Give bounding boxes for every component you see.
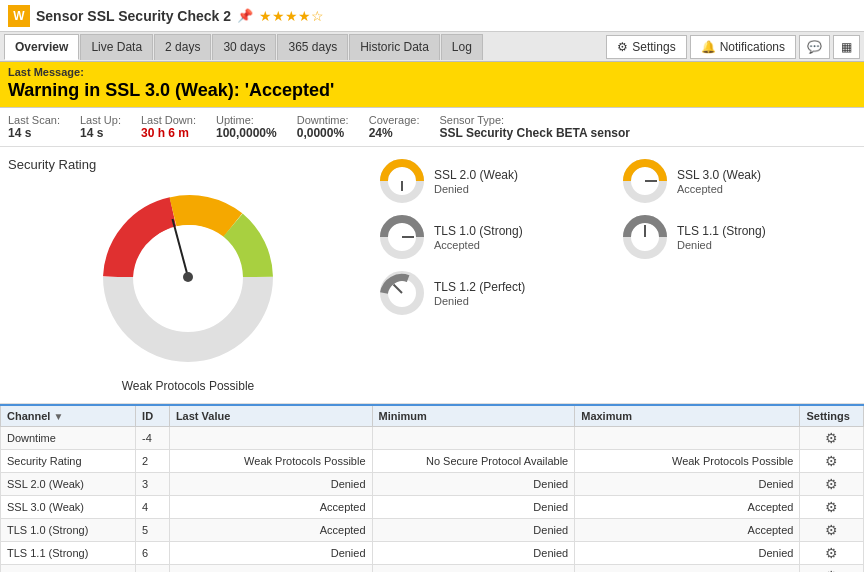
- cell-minimum: Denied: [372, 473, 575, 496]
- th-channel[interactable]: Channel ▼: [1, 405, 136, 427]
- ssl30-gauge: [621, 157, 669, 205]
- table-row: SSL 3.0 (Weak) 4 Accepted Denied Accepte…: [1, 496, 864, 519]
- cell-channel: SSL 2.0 (Weak): [1, 473, 136, 496]
- cell-lastvalue: Accepted: [169, 496, 372, 519]
- ssl-check-tls12: TLS 1.2 (Perfect) Denied: [378, 269, 613, 317]
- cell-channel: SSL 3.0 (Weak): [1, 496, 136, 519]
- sort-icon-channel: ▼: [53, 411, 63, 422]
- gear-icon[interactable]: ⚙: [825, 568, 838, 572]
- warning-banner: Last Message: Warning in SSL 3.0 (Weak):…: [0, 62, 864, 108]
- svg-point-2: [183, 272, 193, 282]
- cell-maximum: [575, 427, 800, 450]
- cell-settings[interactable]: ⚙: [800, 450, 864, 473]
- cell-settings[interactable]: ⚙: [800, 427, 864, 450]
- page-title: Sensor SSL Security Check 2: [36, 8, 231, 24]
- tab-live-data[interactable]: Live Data: [80, 34, 153, 60]
- ssl-check-ssl20: SSL 2.0 (Weak) Denied: [378, 157, 613, 205]
- table-row: SSL 2.0 (Weak) 3 Denied Denied Denied ⚙: [1, 473, 864, 496]
- app-logo: W: [8, 5, 30, 27]
- tls11-gauge: [621, 213, 669, 261]
- tab-overview[interactable]: Overview: [4, 34, 79, 60]
- tls10-gauge: [378, 213, 426, 261]
- ssl-check-tls10: TLS 1.0 (Strong) Accepted: [378, 213, 613, 261]
- cell-minimum: Denied: [372, 496, 575, 519]
- th-minimum[interactable]: Minimum: [372, 405, 575, 427]
- cell-channel: Downtime: [1, 427, 136, 450]
- warning-message: Warning in SSL 3.0 (Weak): 'Accepted': [8, 80, 856, 101]
- clipboard-button[interactable]: ▦: [833, 35, 860, 59]
- ssl20-gauge: [378, 157, 426, 205]
- tab-365days[interactable]: 365 days: [277, 34, 348, 60]
- cell-maximum: Denied: [575, 542, 800, 565]
- cell-maximum: Accepted: [575, 519, 800, 542]
- stat-last-down: Last Down: 30 h 6 m: [141, 114, 196, 140]
- gear-icon[interactable]: ⚙: [825, 545, 838, 561]
- chat-button[interactable]: 💬: [799, 35, 830, 59]
- gear-icon[interactable]: ⚙: [825, 499, 838, 515]
- cell-maximum: Denied: [575, 565, 800, 573]
- settings-button[interactable]: ⚙ Settings: [606, 35, 686, 59]
- th-maximum[interactable]: Maximum: [575, 405, 800, 427]
- ssl-checks-panel: SSL 2.0 (Weak) Denied SSL 3.0 (Weak) Acc…: [368, 157, 856, 393]
- stat-coverage: Coverage: 24%: [369, 114, 420, 140]
- cell-settings[interactable]: ⚙: [800, 519, 864, 542]
- th-settings[interactable]: Settings: [800, 405, 864, 427]
- cell-id: 5: [136, 519, 170, 542]
- warning-label: Last Message:: [8, 66, 856, 78]
- cell-id: 7: [136, 565, 170, 573]
- table-row: Security Rating 2 Weak Protocols Possibl…: [1, 450, 864, 473]
- th-id[interactable]: ID: [136, 405, 170, 427]
- cell-settings[interactable]: ⚙: [800, 473, 864, 496]
- cell-lastvalue: Denied: [169, 473, 372, 496]
- ssl-check-tls11: TLS 1.1 (Strong) Denied: [621, 213, 856, 261]
- cell-id: 6: [136, 542, 170, 565]
- gear-icon[interactable]: ⚙: [825, 430, 838, 446]
- bell-icon: 🔔: [701, 40, 716, 54]
- data-table: Channel ▼ ID Last Value Minimum Maximum …: [0, 404, 864, 572]
- title-bar: W Sensor SSL Security Check 2 📌 ★★★★☆: [0, 0, 864, 32]
- stats-row: Last Scan: 14 s Last Up: 14 s Last Down:…: [0, 108, 864, 147]
- tab-historic-data[interactable]: Historic Data: [349, 34, 440, 60]
- cell-maximum: Denied: [575, 473, 800, 496]
- gear-icon[interactable]: ⚙: [825, 453, 838, 469]
- cell-channel: TLS 1.1 (Strong): [1, 542, 136, 565]
- th-lastvalue[interactable]: Last Value: [169, 405, 372, 427]
- tab-log[interactable]: Log: [441, 34, 483, 60]
- cell-minimum: [372, 427, 575, 450]
- cell-lastvalue: Denied: [169, 542, 372, 565]
- cell-lastvalue: [169, 427, 372, 450]
- gear-icon[interactable]: ⚙: [825, 476, 838, 492]
- settings-icon: ⚙: [617, 40, 628, 54]
- cell-lastvalue: Denied: [169, 565, 372, 573]
- stat-last-scan: Last Scan: 14 s: [8, 114, 60, 140]
- pin-icon[interactable]: 📌: [237, 8, 253, 23]
- security-gauge: [88, 177, 288, 377]
- cell-minimum: Denied: [372, 519, 575, 542]
- cell-id: 2: [136, 450, 170, 473]
- tab-2days[interactable]: 2 days: [154, 34, 211, 60]
- left-panel: Security Rating: [8, 157, 368, 393]
- star-rating[interactable]: ★★★★☆: [259, 8, 324, 24]
- ssl-check-ssl30: SSL 3.0 (Weak) Accepted: [621, 157, 856, 205]
- clipboard-icon: ▦: [841, 40, 852, 54]
- cell-settings[interactable]: ⚙: [800, 542, 864, 565]
- stat-sensor-type: Sensor Type: SSL Security Check BETA sen…: [439, 114, 630, 140]
- table-row: Downtime -4 ⚙: [1, 427, 864, 450]
- cell-minimum: Denied: [372, 565, 575, 573]
- cell-channel: Security Rating: [1, 450, 136, 473]
- cell-id: 4: [136, 496, 170, 519]
- stat-downtime: Downtime: 0,0000%: [297, 114, 349, 140]
- cell-minimum: No Secure Protocol Available: [372, 450, 575, 473]
- cell-maximum: Weak Protocols Possible: [575, 450, 800, 473]
- cell-id: -4: [136, 427, 170, 450]
- cell-settings[interactable]: ⚙: [800, 496, 864, 519]
- cell-maximum: Accepted: [575, 496, 800, 519]
- gear-icon[interactable]: ⚙: [825, 522, 838, 538]
- tab-30days[interactable]: 30 days: [212, 34, 276, 60]
- tab-bar: Overview Live Data 2 days 30 days 365 da…: [0, 32, 864, 62]
- cell-channel: TLS 1.0 (Strong): [1, 519, 136, 542]
- cell-settings[interactable]: ⚙: [800, 565, 864, 573]
- gauge-label: Weak Protocols Possible: [8, 379, 368, 393]
- cell-id: 3: [136, 473, 170, 496]
- notifications-button[interactable]: 🔔 Notifications: [690, 35, 796, 59]
